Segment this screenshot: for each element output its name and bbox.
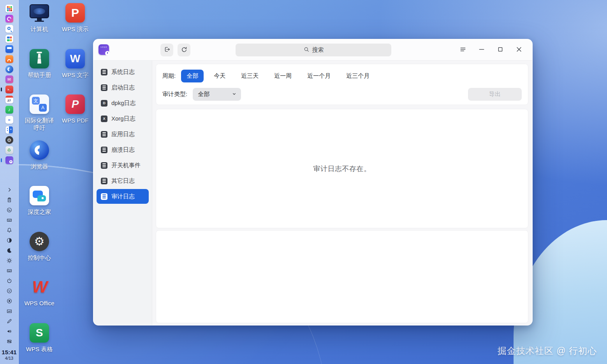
text-editor-icon [5, 126, 13, 134]
clipboard-icon[interactable] [0, 195, 19, 205]
desktop-icon-label: 控制中心 [28, 254, 51, 261]
app-logo-icon: 1010 [99, 44, 109, 55]
desktop-icon-control-center[interactable]: ⚙控制中心 [22, 231, 56, 261]
dock-file-manager-icon[interactable] [0, 44, 19, 54]
dock-trash-icon[interactable] [0, 145, 19, 155]
export-icon [164, 46, 171, 54]
dock-grand-search-icon[interactable] [0, 24, 19, 34]
music-icon [5, 106, 13, 114]
empty-message: 审计日志不存在。 [313, 164, 371, 173]
desktop-icon-label: WPS PDF [62, 117, 88, 124]
sidebar-item-label: Xorg日志 [111, 115, 135, 122]
desktop-icon-wps-presentation[interactable]: PWPS 演示 [58, 2, 92, 33]
period-tab-近一个月[interactable]: 近一个月 [302, 70, 336, 82]
sidebar-item-系统日志[interactable]: 系统日志 [97, 65, 149, 79]
dock-settings-icon[interactable] [0, 336, 19, 346]
sidebar-item-启动日志[interactable]: 启动日志 [97, 80, 149, 95]
search-input[interactable]: 搜索 [236, 44, 391, 56]
expand-chevron-icon[interactable] [0, 185, 19, 195]
sidebar-item-审计日志[interactable]: 审计日志 [97, 189, 149, 204]
dock-log-viewer-icon[interactable] [0, 155, 19, 165]
desktop-icon-label: WPS 演示 [62, 25, 88, 33]
dock-multitask-view-icon[interactable] [0, 34, 19, 44]
titlebar: 1010 搜索 [93, 39, 532, 61]
minimize-button[interactable] [472, 41, 491, 60]
brightness-icon[interactable] [0, 256, 19, 266]
sidebar-item-应用日志[interactable]: 应用日志 [97, 127, 149, 142]
main-area: 周期: 全部今天近三天近一周近一个月近三个月 审计类型: 全部 导出 审计日志不… [152, 61, 532, 326]
filter-panel: 周期: 全部今天近三天近一周近一个月近三个月 审计类型: 全部 导出 [156, 64, 528, 105]
sidebar-item-Xorg日志[interactable]: XXorg日志 [97, 111, 149, 126]
dock-music-icon[interactable] [0, 105, 19, 115]
dock-text-editor-icon[interactable] [0, 125, 19, 135]
dock-app-list: 27 [0, 4, 19, 165]
period-tab-今天[interactable]: 今天 [208, 70, 231, 82]
desktop-icon-computer[interactable]: 计算机 [22, 2, 56, 33]
dock-app-store-icon[interactable] [0, 54, 19, 64]
desktop-icon-wps-spreadsheet[interactable]: SWPS 表格 [22, 322, 56, 353]
annotate-pen-icon[interactable] [0, 316, 19, 326]
sidebar-item-崩溃日志[interactable]: 崩溃日志 [97, 142, 149, 157]
uos-ai-icon [5, 15, 13, 23]
log-viewer-window: 1010 搜索 系统日志启动日志Ddpkg日志XXorg日志应用日志崩溃日志开关… [93, 39, 533, 326]
dock-browser-icon[interactable] [0, 64, 19, 74]
audit-type-label: 审计类型: [162, 91, 187, 98]
maximize-icon [496, 46, 504, 55]
updates-icon[interactable] [0, 286, 19, 296]
dock-uos-ai-icon[interactable] [0, 14, 19, 24]
desktop-icon-wps-office[interactable]: WWPS Office [22, 276, 56, 307]
export-log-icon-button[interactable] [160, 44, 173, 56]
desktop-icon-wps-pdf[interactable]: PWPS PDF [58, 94, 92, 124]
dock-settings-icon[interactable] [0, 135, 19, 145]
sidebar-item-其它日志[interactable]: 其它日志 [97, 173, 149, 188]
system-monitor-icon[interactable] [0, 205, 19, 215]
search-icon [303, 46, 310, 54]
dock-clock[interactable]: 15:41 4/13 [2, 349, 16, 360]
period-tab-近一周[interactable]: 近一周 [269, 70, 297, 82]
virtual-keyboard-icon[interactable] [0, 215, 19, 225]
dock-terminal-icon[interactable] [0, 84, 19, 94]
sidebar-item-label: 启动日志 [111, 84, 135, 91]
dock-calendar-icon[interactable]: 27 [0, 94, 19, 105]
desktop-icon-deepin-home[interactable]: 深度之家 [22, 185, 56, 215]
desktop-icon-i18n-translation[interactable]: 文A国际化翻译呼吁 [22, 94, 56, 131]
file-manager-icon [5, 45, 13, 53]
trash-icon [5, 146, 13, 154]
running-indicator [1, 88, 2, 91]
minimize-icon [478, 46, 486, 55]
dock-launcher-icon[interactable] [0, 4, 19, 14]
dock-mail-icon[interactable] [0, 74, 19, 84]
export-button[interactable]: 导出 [468, 88, 522, 101]
sidebar-item-dpkg日志[interactable]: Ddpkg日志 [97, 96, 149, 110]
desktop-icon-browser[interactable]: 浏览器 [22, 140, 56, 170]
desktop-icon-label: 深度之家 [28, 208, 51, 215]
log-category-icon [101, 178, 107, 184]
sidebar-item-开关机事件[interactable]: 开关机事件 [97, 158, 149, 173]
audit-type-row: 审计类型: 全部 导出 [162, 88, 522, 101]
screenshot-icon[interactable] [0, 306, 19, 316]
refresh-button[interactable] [178, 44, 190, 56]
clock-time: 15:41 [2, 349, 16, 355]
desktop-icon-help-manual[interactable]: 帮助手册 [22, 48, 56, 79]
eye-comfort-icon[interactable] [0, 235, 19, 245]
desktop-icon-label: 浏览器 [31, 163, 48, 170]
night-mode-icon[interactable] [0, 245, 19, 256]
period-tab-近三个月[interactable]: 近三个月 [341, 70, 375, 82]
screen-recorder-icon[interactable] [0, 296, 19, 306]
volume-icon[interactable] [0, 326, 19, 336]
log-list-panel: 审计日志不存在。 [156, 109, 528, 228]
audit-type-select[interactable]: 全部 [193, 88, 241, 101]
period-tab-全部[interactable]: 全部 [181, 70, 204, 82]
menu-button[interactable] [454, 41, 472, 60]
keyboard-layout-icon[interactable] [0, 266, 19, 276]
log-viewer-icon [5, 156, 13, 164]
period-tab-近三天[interactable]: 近三天 [236, 70, 264, 82]
maximize-button[interactable] [491, 41, 510, 60]
dock-voice-notes-icon[interactable] [0, 115, 19, 125]
power-icon[interactable] [0, 276, 19, 286]
close-button[interactable] [510, 41, 528, 60]
desktop-icon-wps-writer[interactable]: WWPS 文字 [58, 48, 92, 79]
notification-bell-icon[interactable] [0, 225, 19, 235]
desktop-icon-label: 帮助手册 [28, 71, 51, 79]
clock-date: 4/13 [2, 356, 16, 360]
